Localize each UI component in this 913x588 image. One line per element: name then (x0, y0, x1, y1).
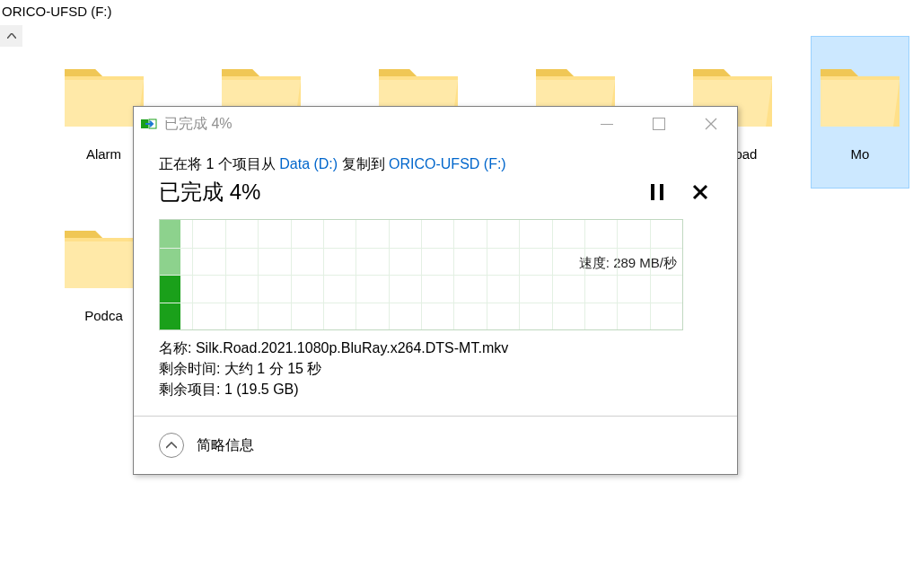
detail-name: 名称: Silk.Road.2021.1080p.BluRay.x264.DTS… (159, 339, 712, 358)
dialog-title: 已完成 4% (164, 115, 233, 134)
dest-location-link[interactable]: ORICO-UFSD (F:) (389, 156, 506, 171)
folder-label: Mo (851, 146, 870, 162)
copy-dialog: 已完成 4% 正在将 1 个项目从 Data (D:) 复制到 ORICO-UF… (133, 106, 738, 475)
minimize-button[interactable] (581, 107, 633, 141)
close-button[interactable] (685, 107, 737, 141)
scroll-up-button[interactable] (0, 25, 22, 47)
minimize-icon (601, 124, 613, 125)
folder-label: Podca (84, 308, 123, 323)
progress-headline: 已完成 4% (159, 178, 260, 206)
svg-rect-4 (651, 184, 654, 200)
maximize-icon (653, 118, 665, 130)
source-location-link[interactable]: Data (D:) (279, 156, 338, 171)
detail-items-remaining: 剩余项目: 1 (19.5 GB) (159, 381, 712, 399)
fewer-details-toggle[interactable]: 简略信息 (134, 416, 737, 474)
pause-button[interactable] (651, 184, 663, 200)
copy-icon (141, 118, 157, 130)
maximize-button[interactable] (633, 107, 685, 141)
window-buttons (581, 107, 737, 141)
folder-label: Alarm (86, 146, 121, 162)
detail-time-remaining: 剩余时间: 大约 1 分 15 秒 (159, 360, 712, 379)
cancel-button[interactable] (692, 184, 708, 200)
dialog-titlebar[interactable]: 已完成 4% (134, 107, 737, 141)
speed-label: 速度: 289 MB/秒 (579, 255, 677, 272)
chevron-up-icon (7, 33, 16, 39)
folder-icon (815, 49, 905, 139)
svg-rect-5 (660, 184, 663, 200)
folder-item[interactable]: Mo (811, 36, 909, 189)
transfer-graph: 速度: 289 MB/秒 (159, 219, 683, 330)
cancel-icon (692, 184, 708, 200)
chevron-up-circle-icon (159, 433, 184, 458)
pause-icon (651, 184, 663, 200)
copy-description: 正在将 1 个项目从 Data (D:) 复制到 ORICO-UFSD (F:) (159, 155, 712, 174)
close-icon (705, 118, 717, 130)
address-path: ORICO-UFSD (F:) (0, 4, 111, 19)
